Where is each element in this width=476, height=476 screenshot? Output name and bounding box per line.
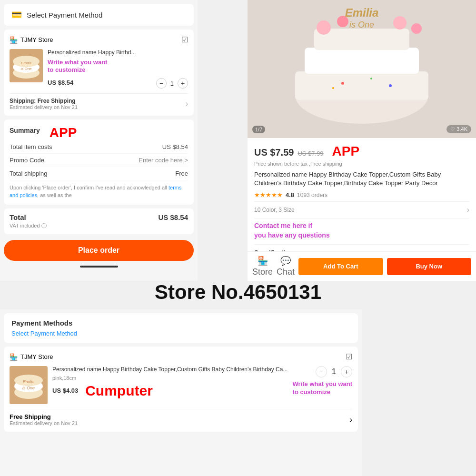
pm-title: Payment Methods — [11, 319, 350, 327]
terms-link[interactable]: terms and policies — [10, 185, 182, 198]
total-value: US $8.54 — [158, 213, 188, 221]
svg-point-14 — [411, 23, 422, 34]
total-section: Total US $8.54 VAT included ⓘ — [4, 208, 194, 234]
store-name-bottom: 🏪 TJMY Store — [10, 353, 53, 361]
store-header: 🏪 TJMY Store ☑ — [10, 35, 188, 44]
store-section: 🏪 TJMY Store ☑ Emilia is One Personalize… — [4, 30, 194, 116]
free-shipping-info: Free Shipping Estimated delivery on Nov … — [10, 413, 78, 426]
gallery-counter: 1/7 — [252, 126, 265, 133]
like-count: ♡ 3.4K — [446, 125, 471, 133]
shipping-label: Total shipping — [10, 170, 48, 177]
store-number-label: Store No.4650131 — [155, 281, 321, 304]
product-info: Personalized name Happy Birthd... Write … — [48, 49, 188, 89]
free-shipping-title: Free Shipping — [10, 413, 78, 420]
customize-annotation-bottom: Write what you wantto customize — [293, 380, 352, 397]
qty-plus-bottom[interactable]: + — [341, 366, 352, 377]
product-price: US $8.54 — [48, 79, 73, 86]
qty-minus-btn[interactable]: − — [156, 78, 167, 89]
price-row: US $7.59 US $7.99 APP — [254, 144, 469, 159]
qty-control-bottom: − 1 + — [316, 366, 352, 377]
cumputer-label: Cumputer — [85, 383, 153, 399]
svg-text:is One: is One — [20, 67, 32, 71]
svg-text:Emilia: Emilia — [21, 61, 31, 65]
contact-annotation: Contact me here ifyou have any questions — [254, 221, 469, 240]
chat-icon: 💬 — [280, 256, 291, 266]
total-row: Total US $8.54 — [10, 213, 188, 221]
svg-text:Emilia: Emilia — [345, 6, 379, 19]
svg-text:Emilia: Emilia — [23, 379, 35, 384]
pm-link[interactable]: Select Payment Method — [11, 330, 350, 337]
color-size-label: 10 Color, 3 Size — [254, 207, 295, 213]
summary-items-label: Total item costs — [10, 143, 52, 150]
shipping-info: Shipping: Free Shipping Estimated delive… — [10, 98, 78, 110]
top-left-panel: 💳 Select Payment Method 🏪 TJMY Store ☑ E… — [0, 0, 198, 281]
home-indicator — [80, 266, 118, 268]
edit-icon[interactable]: ☑ — [181, 35, 188, 44]
app-label-left: APP — [50, 125, 77, 140]
product-details: US $7.59 US $7.99 APP Price shown before… — [248, 138, 476, 267]
store-name: 🏪 TJMY Store — [10, 36, 53, 44]
qty-value-bottom: 1 — [332, 367, 336, 376]
free-shipping-arrow: › — [350, 416, 352, 424]
qty-plus-btn[interactable]: + — [178, 78, 188, 89]
app-label-right: APP — [332, 144, 360, 159]
store-btn-label: Store — [252, 267, 273, 277]
svg-point-20 — [332, 87, 334, 89]
summary-section: Summary APP Total item costs US $8.54 Pr… — [4, 119, 194, 205]
product-row-bottom: Emilia is One Personalized name Happy Bi… — [10, 366, 352, 404]
store-name-label-bottom: TJMY Store — [20, 353, 53, 360]
svg-point-13 — [393, 16, 407, 30]
color-size-row[interactable]: 10 Color, 3 Size › — [254, 201, 469, 218]
edit-icon-bottom[interactable]: ☑ — [346, 352, 352, 361]
svg-point-17 — [341, 82, 344, 85]
place-order-button[interactable]: Place order — [4, 240, 194, 261]
product-variant: pink,18cm — [52, 375, 288, 381]
product-title-bottom: Personalized name Happy Birthday Cake To… — [52, 366, 288, 374]
orders-count: 1093 orders — [297, 192, 327, 198]
summary-row-promo[interactable]: Promo Code Enter code here > — [10, 154, 188, 167]
shipping-value: Free — [175, 170, 188, 177]
shipping-estimated: Estimated delivery on Nov 21 — [10, 104, 78, 110]
product-row: Emilia is One Personalized name Happy Bi… — [10, 49, 188, 89]
svg-text:is One: is One — [349, 20, 374, 30]
product-image: Emilia is One — [10, 49, 43, 82]
free-shipping-estimated: Estimated delivery on Nov 21 — [10, 420, 78, 426]
original-price: US $7.99 — [298, 150, 323, 157]
payment-methods-card: Payment Methods Select Payment Method — [4, 313, 358, 343]
shipping-title: Shipping: Free Shipping — [10, 98, 78, 104]
svg-rect-9 — [305, 48, 419, 74]
svg-text:is One: is One — [22, 386, 35, 390]
add-to-cart-button[interactable]: Add To Cart — [298, 258, 383, 275]
chat-btn-label: Chat — [277, 267, 295, 277]
summary-items-value: US $8.54 — [162, 143, 188, 150]
promo-label: Promo Code — [10, 157, 44, 164]
buy-now-button[interactable]: Buy Now — [387, 258, 471, 275]
customize-annotation: Write what you wantto customize — [48, 59, 188, 75]
rating-num: 4.8 — [286, 191, 294, 198]
shipping-arrow-icon: › — [186, 99, 188, 108]
qty-minus-bottom[interactable]: − — [316, 366, 327, 377]
svg-point-18 — [370, 78, 372, 79]
store-section-bottom: 🏪 TJMY Store ☑ Emilia is One Personalize… — [4, 347, 358, 432]
payment-title: Select Payment Method — [27, 11, 102, 19]
promo-value: Enter code here > — [139, 157, 188, 164]
stars: ★★★★★ — [254, 191, 283, 198]
product-title-right: Personalized name Happy Birthday Cake To… — [254, 170, 469, 188]
summary-row-items: Total item costs US $8.54 — [10, 140, 188, 154]
store-icon: 🏪 — [10, 36, 18, 44]
bottom-panel: Payment Methods Select Payment Method 🏪 … — [0, 309, 362, 476]
chat-button[interactable]: 💬 Chat — [277, 256, 295, 277]
price-note: Price shown before tax ,Free shipping — [254, 161, 469, 167]
shipping-row[interactable]: Shipping: Free Shipping Estimated delive… — [10, 93, 188, 110]
color-size-arrow: › — [467, 206, 469, 214]
product-price-bottom: US $4.03 — [52, 387, 78, 394]
terms-text: Upon clicking 'Place order', I confirm I… — [10, 184, 188, 199]
store-button[interactable]: 🏪 Store — [252, 256, 273, 277]
vat-note: VAT included ⓘ — [10, 222, 188, 229]
store-icon-bottom: 🏪 — [10, 353, 18, 361]
quantity-control: − 1 + — [156, 78, 188, 89]
bottom-actions: 🏪 Store 💬 Chat Add To Cart Buy Now — [248, 251, 476, 281]
free-shipping-row[interactable]: Free Shipping Estimated delivery on Nov … — [10, 409, 352, 426]
payment-icon: 💳 — [11, 10, 22, 20]
payment-header: 💳 Select Payment Method — [4, 4, 194, 26]
